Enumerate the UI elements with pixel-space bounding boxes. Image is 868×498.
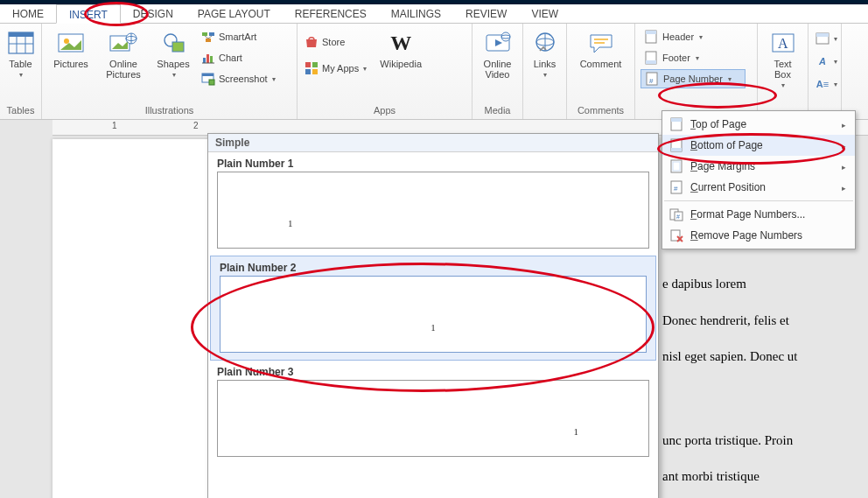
preview-page-number: 1 xyxy=(430,322,436,333)
svg-text:#: # xyxy=(649,77,654,85)
menu-label: Top of Page xyxy=(690,118,830,130)
menu-page-margins[interactable]: Page Margins xyxy=(662,156,855,177)
svg-text:A: A xyxy=(778,36,788,51)
table-label: Table xyxy=(9,59,32,69)
svg-rect-49 xyxy=(671,118,682,122)
svg-rect-23 xyxy=(202,74,214,76)
gallery-item-preview: 1 xyxy=(220,276,647,353)
current-position-icon: # xyxy=(669,180,683,194)
store-label: Store xyxy=(322,37,345,47)
doc-text: nisl eget sapien. Donec ut xyxy=(662,349,798,364)
shapes-button[interactable]: Shapes xyxy=(152,27,194,79)
gallery-item-title: Plain Number 1 xyxy=(208,154,658,172)
menu-label: Page Margins xyxy=(690,160,830,172)
smartart-button[interactable]: SmartArt xyxy=(200,27,277,46)
pictures-icon xyxy=(57,29,85,57)
svg-rect-12 xyxy=(172,42,184,52)
gallery-item-title: Plain Number 3 xyxy=(208,362,658,380)
chevron-down-icon xyxy=(19,71,23,79)
submenu-arrow-icon xyxy=(837,181,846,193)
chart-label: Chart xyxy=(219,53,242,63)
menu-label: Remove Page Numbers xyxy=(690,229,846,242)
online-pictures-icon xyxy=(109,29,137,57)
tab-insert[interactable]: INSERT xyxy=(56,4,121,24)
svg-rect-18 xyxy=(203,58,206,63)
wikipedia-icon: W xyxy=(387,29,415,57)
svg-rect-27 xyxy=(305,69,311,74)
table-button[interactable]: Table xyxy=(5,27,36,79)
store-button[interactable]: Store xyxy=(303,32,368,52)
svg-rect-13 xyxy=(202,32,207,36)
chevron-down-icon xyxy=(543,71,547,79)
page-number-button[interactable]: # Page Number xyxy=(640,69,746,88)
menu-format-page-numbers[interactable]: # Format Page Numbers... xyxy=(662,204,855,225)
online-video-label: Online Video xyxy=(484,59,512,80)
chevron-down-icon xyxy=(834,58,837,66)
text-box-label: Text Box xyxy=(774,59,791,80)
table-icon xyxy=(7,29,35,57)
svg-rect-41 xyxy=(646,60,656,64)
shapes-icon xyxy=(159,29,187,57)
screenshot-button[interactable]: Screenshot xyxy=(200,69,277,88)
group-label-comments: Comments xyxy=(572,105,629,117)
online-pictures-button[interactable]: Online Pictures xyxy=(100,27,147,80)
my-apps-button[interactable]: My Apps xyxy=(303,59,368,78)
menu-top-of-page[interactable]: Top of Page xyxy=(662,114,855,135)
tab-mailings[interactable]: MAILINGS xyxy=(379,4,453,23)
svg-text:#: # xyxy=(676,214,680,220)
tab-home[interactable]: HOME xyxy=(0,4,56,23)
menu-bottom-of-page[interactable]: Bottom of Page xyxy=(662,135,855,156)
tab-view[interactable]: VIEW xyxy=(519,4,570,23)
gallery-item-plain-number-2[interactable]: Plain Number 2 1 xyxy=(210,256,656,361)
text-box-icon: A xyxy=(769,29,797,57)
doc-text: unc porta tristique. Proin xyxy=(662,433,793,448)
comment-icon xyxy=(587,29,615,57)
links-button[interactable]: Links xyxy=(528,27,561,79)
group-label-links xyxy=(528,105,561,117)
tab-page-layout[interactable]: PAGE LAYOUT xyxy=(186,4,283,23)
smartart-label: SmartArt xyxy=(219,32,256,42)
footer-icon xyxy=(644,51,658,65)
tab-references[interactable]: REFERENCES xyxy=(283,4,379,23)
wordart-button[interactable]: A xyxy=(814,52,839,71)
menu-remove-page-numbers[interactable]: Remove Page Numbers xyxy=(662,225,855,246)
drop-cap-button[interactable]: A≡ xyxy=(814,74,839,94)
quick-parts-button[interactable] xyxy=(814,29,839,48)
menu-label: Format Page Numbers... xyxy=(690,208,846,221)
chevron-down-icon xyxy=(696,54,699,62)
wikipedia-button[interactable]: W Wikipedia xyxy=(374,27,428,69)
doc-text: e dapibus lorem xyxy=(662,277,746,291)
gallery-item-plain-number-3[interactable]: Plain Number 3 1 xyxy=(208,361,658,464)
group-label-tables: Tables xyxy=(5,105,36,117)
svg-rect-39 xyxy=(646,31,656,34)
chevron-down-icon xyxy=(172,71,176,79)
page-top-icon xyxy=(669,117,683,131)
submenu-arrow-icon xyxy=(837,160,846,172)
online-video-button[interactable]: Online Video xyxy=(478,27,517,80)
pictures-button[interactable]: Pictures xyxy=(47,27,94,69)
chevron-down-icon xyxy=(699,33,703,41)
chart-icon xyxy=(201,51,215,65)
footer-button[interactable]: Footer xyxy=(640,48,746,67)
group-label-illustrations: Illustrations xyxy=(47,105,291,117)
tab-design[interactable]: DESIGN xyxy=(121,4,186,23)
chevron-down-icon xyxy=(834,81,837,88)
svg-rect-28 xyxy=(312,69,318,74)
comment-button[interactable]: Comment xyxy=(572,27,629,69)
online-video-icon xyxy=(484,29,512,57)
preview-page-number: 1 xyxy=(574,426,579,437)
tab-review[interactable]: REVIEW xyxy=(453,4,519,23)
chevron-down-icon xyxy=(363,65,367,73)
shapes-label: Shapes xyxy=(157,59,189,69)
chevron-down-icon xyxy=(781,81,785,89)
gallery-item-plain-number-1[interactable]: Plain Number 1 1 xyxy=(208,152,658,256)
menu-current-position[interactable]: # Current Position xyxy=(662,177,855,198)
text-box-button[interactable]: A Text Box xyxy=(763,27,802,89)
ribbon: Table Tables Pictures Online Pictures xyxy=(0,24,868,120)
page-bottom-icon xyxy=(669,138,683,152)
my-apps-icon xyxy=(304,61,318,75)
chart-button[interactable]: Chart xyxy=(200,48,277,67)
header-button[interactable]: Header xyxy=(640,27,746,46)
gallery-item-title: Plain Number 2 xyxy=(211,258,655,276)
svg-rect-15 xyxy=(206,39,211,42)
